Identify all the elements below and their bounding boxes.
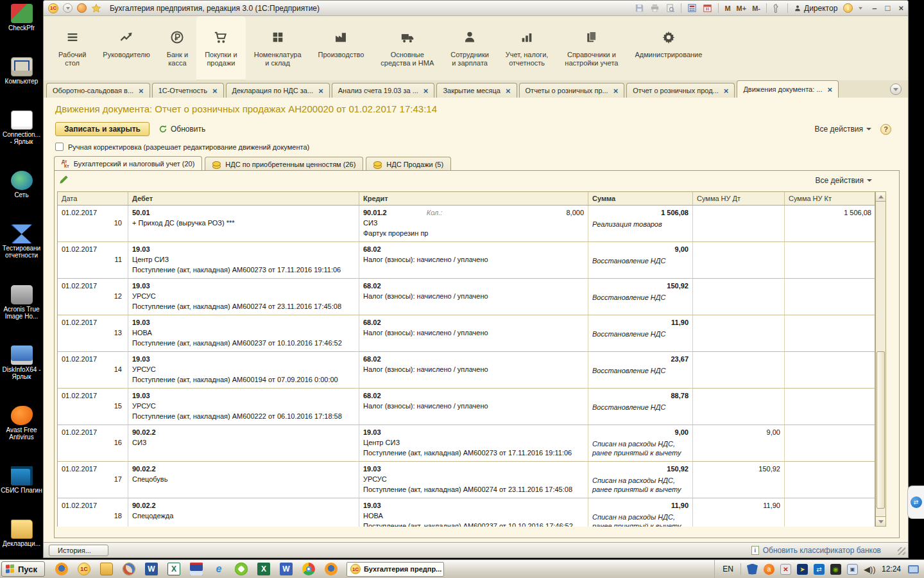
cell-sum-nu-kt[interactable]: [785, 352, 875, 388]
refresh-button[interactable]: Обновить: [158, 125, 205, 134]
cell-credit[interactable]: 19.03НОВАПоступление (акт, накладная) АМ…: [359, 498, 588, 527]
taskbar-clock[interactable]: 12:24: [882, 565, 901, 574]
desktop-icon-report-testing[interactable]: Тестировани отчетности: [0, 224, 43, 259]
cell-debit[interactable]: 50.01+ Приход ДС (выручка РОЗ) ***: [128, 206, 359, 241]
desktop-icon-computer[interactable]: Компьютер: [0, 57, 43, 85]
section-manager[interactable]: Руководителю: [94, 16, 158, 80]
section-purchases-sales[interactable]: Покупки и продажи: [196, 16, 246, 80]
cell-date[interactable]: 01.02.201711: [58, 242, 128, 278]
quicklaunch-1c-icon[interactable]: 1С: [78, 563, 90, 575]
section-fixed-assets[interactable]: Основные средства и НМА: [372, 16, 442, 80]
cell-sum-nu-dt[interactable]: 9,00: [693, 425, 785, 461]
register-tab[interactable]: ДтКтБухгалтерский и налоговый учет (20): [54, 156, 202, 171]
tab-document[interactable]: Закрытие месяца×: [436, 83, 517, 98]
calendar-icon[interactable]: 31: [703, 3, 712, 13]
desktop-icon-avast[interactable]: Avast Free Antivirus: [0, 406, 43, 441]
cell-debit[interactable]: 19.03НОВАПоступление (акт, накладная) АМ…: [128, 315, 359, 351]
save-close-button[interactable]: Записать и закрыть: [55, 122, 150, 136]
cell-sum-nu-kt[interactable]: [785, 242, 875, 278]
quicklaunch-word-blue-icon[interactable]: W: [280, 563, 293, 575]
cell-sum-nu-dt[interactable]: [693, 352, 785, 388]
tray-network-icon[interactable]: ▣: [847, 564, 858, 575]
display-settings-icon[interactable]: [908, 565, 919, 574]
cell-credit[interactable]: 68.02Налог (взносы): начислено / уплачен…: [359, 389, 588, 425]
cell-date[interactable]: 01.02.201714: [58, 352, 128, 388]
cell-debit[interactable]: 90.02.2СИЗ: [128, 425, 359, 461]
tab-active[interactable]: Движения документа: ...×: [737, 80, 839, 98]
cell-sum-nu-kt[interactable]: [785, 498, 875, 527]
table-row[interactable]: 01.02.201715 19.03УРСУСПоступление (акт,…: [58, 389, 875, 425]
section-bank-cash[interactable]: Банк и касса: [158, 16, 196, 80]
history-button[interactable]: История...: [49, 545, 108, 556]
cell-credit[interactable]: 68.02Налог (взносы): начислено / уплачен…: [359, 352, 588, 388]
cell-sum[interactable]: 1 506,08Реализация товаров: [588, 206, 693, 241]
favorites-star-icon[interactable]: [91, 3, 101, 13]
tray-nvidia-icon[interactable]: ◉: [830, 564, 841, 575]
print-icon[interactable]: [650, 3, 660, 13]
taskbar-task-button[interactable]: 1С Бухгалтерия предпр...: [346, 562, 444, 577]
cell-date[interactable]: 01.02.201715: [58, 389, 128, 425]
desktop-icon-network[interactable]: Сеть: [0, 171, 43, 198]
language-indicator[interactable]: EN: [723, 565, 733, 574]
cell-sum-nu-dt[interactable]: [693, 206, 785, 241]
settings-wrench-icon[interactable]: [773, 4, 782, 13]
tab-document[interactable]: Анализ счета 19.03 за ...×: [332, 83, 435, 98]
all-actions-button[interactable]: Все действия: [815, 125, 871, 134]
tab-close-icon[interactable]: ×: [827, 85, 832, 94]
teamviewer-flyout[interactable]: ⇄: [907, 486, 924, 519]
cell-credit[interactable]: 90.01.2Кол.:8,000СИЗФартук прорезин пр: [359, 206, 588, 241]
desktop-icon-checkpfr[interactable]: CheckPfr: [0, 4, 43, 31]
cell-sum-nu-kt[interactable]: [785, 279, 875, 315]
tab-close-icon[interactable]: ×: [212, 87, 218, 95]
cell-debit[interactable]: 19.03Центр СИЗПоступление (акт, накладна…: [128, 242, 359, 278]
tray-avast-icon[interactable]: a: [764, 564, 774, 575]
cell-sum-nu-dt[interactable]: [693, 389, 785, 425]
quicklaunch-firefox-icon[interactable]: [325, 563, 338, 575]
cell-credit[interactable]: 68.02Налог (взносы): начислено / уплачен…: [359, 315, 588, 351]
desktop-icon-sbis[interactable]: СБИС Плагин: [0, 466, 43, 494]
section-references[interactable]: Справочники и настройки учета: [556, 16, 626, 80]
cell-credit[interactable]: 68.02Налог (взносы): начислено / уплачен…: [359, 279, 588, 315]
quicklaunch-word-icon[interactable]: W: [145, 563, 158, 575]
scroll-down-arrow[interactable]: [876, 516, 886, 526]
cell-sum[interactable]: 11,90Списан на расходы НДС,ранее приняты…: [588, 498, 693, 527]
tab-document[interactable]: Декларация по НДС за...×: [226, 83, 330, 98]
cell-sum-nu-kt[interactable]: [785, 315, 875, 351]
table-row[interactable]: 01.02.201717 90.02.2Спецобувь 19.03УРСУС…: [58, 462, 875, 498]
tab-close-icon[interactable]: ×: [139, 87, 144, 95]
save-icon[interactable]: [635, 3, 644, 13]
scroll-thumb[interactable]: [877, 351, 885, 509]
section-admin-gear[interactable]: Администрирование: [626, 16, 710, 80]
table-row[interactable]: 01.02.201716 90.02.2СИЗ 19.03Центр СИЗПо…: [58, 425, 875, 462]
tab-document[interactable]: Оборотно-сальдовая в...×: [46, 83, 150, 98]
cell-debit[interactable]: 90.02.2Спецодежда: [128, 498, 359, 527]
register-tab[interactable]: НДС Продажи (5): [366, 157, 451, 171]
cell-sum[interactable]: 23,67Восстановление НДС: [588, 352, 693, 388]
cell-debit[interactable]: 90.02.2Спецобувь: [128, 462, 359, 498]
cell-debit[interactable]: 19.03УРСУСПоступление (акт, накладная) А…: [128, 389, 359, 425]
cell-sum-nu-kt[interactable]: 1 506,08: [785, 206, 875, 241]
update-banks-link[interactable]: i Обновить классификатор банков: [751, 546, 881, 555]
resize-grip[interactable]: [898, 547, 905, 555]
tab-close-icon[interactable]: ×: [318, 87, 323, 95]
cell-sum-nu-kt[interactable]: [785, 389, 875, 425]
quicklaunch-paint-icon[interactable]: [123, 563, 135, 575]
desktop-icon-acronis[interactable]: Acronis True Image Ho...: [0, 285, 43, 320]
memory-m-minus-button[interactable]: M-: [752, 4, 760, 12]
quicklaunch-excel-green-icon[interactable]: X: [257, 563, 270, 575]
cell-credit[interactable]: 19.03УРСУСПоступление (акт, накладная) А…: [359, 462, 588, 498]
app-1c-icon[interactable]: 1С: [48, 3, 58, 13]
tray-antivirus-shield-icon[interactable]: [747, 564, 758, 575]
info-button[interactable]: i: [843, 3, 853, 13]
maximize-button[interactable]: □: [886, 3, 891, 13]
service-button[interactable]: [77, 3, 87, 13]
quicklaunch-floppy-icon[interactable]: [190, 563, 203, 575]
quicklaunch-folder-icon[interactable]: [100, 563, 113, 575]
section-desktop-section[interactable]: Рабочий стол: [50, 16, 94, 80]
tab-document[interactable]: 1С-Отчетность×: [152, 83, 224, 98]
close-button[interactable]: ×: [898, 3, 903, 13]
vertical-scrollbar[interactable]: [875, 191, 886, 527]
cell-credit[interactable]: 19.03Центр СИЗПоступление (акт, накладна…: [359, 425, 588, 461]
minimize-button[interactable]: –: [872, 3, 877, 13]
cell-sum-nu-dt[interactable]: 11,90: [693, 498, 785, 527]
